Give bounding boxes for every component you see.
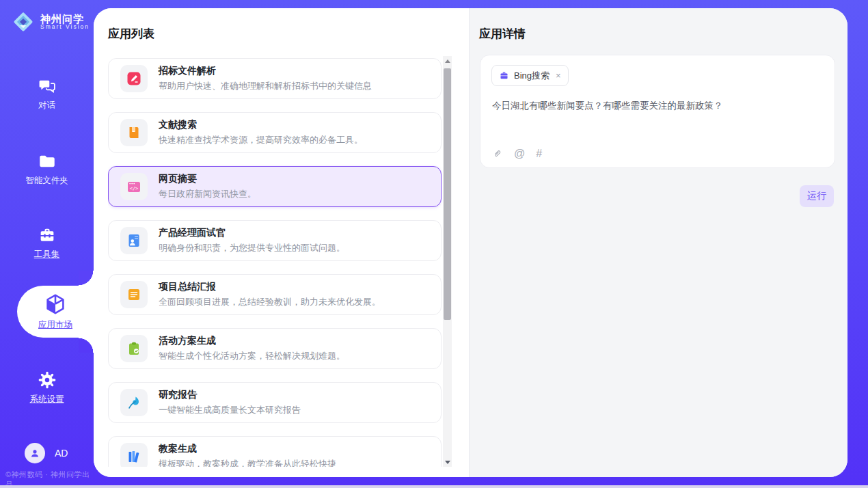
app-card-literature-search[interactable]: 文献搜索 快速精准查找学术资源，提高研究效率的必备工具。	[108, 112, 442, 153]
app-detail-title: 应用详情	[479, 26, 526, 42]
app-card-research-report[interactable]: 研究报告 一键智能生成高质量长文本研究报告	[108, 382, 442, 423]
app-description: 每日政府新闻资讯快查。	[159, 188, 256, 200]
sidebar-item-label: 工具集	[0, 249, 94, 260]
bid-document-icon	[126, 70, 142, 87]
sidebar-item-app-market[interactable]: 应用市场	[17, 286, 94, 338]
app-list: 招标文件解析 帮助用户快速、准确地理解和解析招标书中的关键信息 文献搜索 快速精…	[108, 56, 442, 467]
scroll-down-icon[interactable]	[443, 457, 452, 467]
brand-logo: 神州问学 Smart Vision	[11, 10, 90, 34]
app-icon-box	[120, 443, 148, 467]
app-description: 全面回顾项目进展，总结经验教训，助力未来优化发展。	[159, 296, 381, 308]
web-summary-icon: </>	[126, 178, 142, 195]
window-bottom-edge	[0, 485, 868, 488]
app-name: 研究报告	[159, 389, 301, 401]
research-report-icon	[126, 394, 142, 411]
run-button[interactable]: 运行	[800, 185, 834, 207]
user-name: AD	[55, 448, 68, 459]
sidebar-item-smart-folder[interactable]: 智能文件夹	[0, 152, 94, 187]
app-name: 产品经理面试官	[159, 227, 345, 239]
app-card-project-report[interactable]: 项目总结汇报 全面回顾项目进展，总结经验教训，助力未来优化发展。	[108, 274, 442, 315]
main-content: 应用列表 招标文件解析 帮助用户快速、准确地理解和解析招标书中的关键信息	[94, 8, 847, 477]
lesson-plan-icon	[126, 448, 142, 465]
app-list-panel: 应用列表 招标文件解析 帮助用户快速、准确地理解和解析招标书中的关键信息	[94, 8, 469, 477]
app-icon-box	[120, 119, 148, 146]
app-name: 文献搜索	[159, 119, 363, 131]
avatar	[25, 443, 45, 463]
toolbox-icon	[38, 226, 57, 245]
sidebar-item-label: 系统设置	[0, 394, 94, 405]
prompt-card: Bing搜索 × 今日湖北有哪些新闻要点？有哪些需要关注的最新政策？ @ #	[480, 55, 835, 168]
brand-subtitle: Smart Vision	[40, 24, 90, 30]
diamond-logo-icon	[11, 10, 36, 34]
app-name: 教案生成	[159, 443, 336, 455]
scrollbar-thumb[interactable]	[444, 68, 451, 320]
app-name: 项目总结汇报	[159, 281, 381, 293]
svg-text:</>: </>	[130, 186, 139, 191]
gear-icon	[38, 370, 57, 390]
paperclip-icon[interactable]	[491, 148, 503, 159]
user-account[interactable]: AD	[25, 443, 68, 463]
literature-search-icon	[126, 124, 142, 141]
app-icon-box: </>	[120, 173, 148, 200]
sidebar-item-toolset[interactable]: 工具集	[0, 226, 94, 260]
app-description: 模板驱动，教案秒成，教学准备从此轻松快捷	[159, 458, 336, 467]
app-icon-box	[120, 389, 148, 416]
app-card-pm-interviewer[interactable]: 产品经理面试官 明确身份和职责，为您提供专业性的面试问题。	[108, 220, 442, 261]
cube-icon	[43, 292, 68, 316]
briefcase-icon	[499, 70, 509, 81]
folder-icon	[38, 152, 57, 171]
sidebar-item-settings[interactable]: 系统设置	[0, 370, 94, 405]
app-description: 快速精准查找学术资源，提高研究效率的必备工具。	[159, 134, 363, 146]
app-description: 帮助用户快速、准确地理解和解析招标书中的关键信息	[159, 80, 372, 92]
sidebar-item-chat[interactable]: 对话	[0, 77, 94, 111]
brand-name: 神州问学	[40, 14, 90, 25]
sidebar-item-label: 应用市场	[17, 319, 94, 331]
app-icon-box	[120, 335, 148, 362]
app-icon-box	[120, 65, 148, 92]
app-name: 招标文件解析	[159, 65, 372, 77]
app-description: 智能生成个性化活动方案，轻松解决规划难题。	[159, 350, 345, 362]
app-card-web-summary[interactable]: </> 网页摘要 每日政府新闻资讯快查。	[108, 166, 442, 207]
sidebar-item-label: 智能文件夹	[0, 175, 94, 187]
app-description: 明确身份和职责，为您提供专业性的面试问题。	[159, 242, 345, 254]
person-icon	[29, 447, 41, 459]
app-detail-panel: 应用详情 Bing搜索 × 今日湖北有哪些新闻要点？有哪些需要关注的最新政策？ …	[469, 8, 847, 477]
close-icon[interactable]: ×	[556, 70, 561, 81]
activity-plan-icon	[126, 340, 142, 357]
prompt-input[interactable]: 今日湖北有哪些新闻要点？有哪些需要关注的最新政策？	[492, 99, 824, 113]
tool-tag-bing-search[interactable]: Bing搜索 ×	[491, 65, 569, 86]
app-name: 网页摘要	[159, 173, 256, 185]
at-mention-icon[interactable]: @	[514, 148, 525, 159]
prompt-toolbar: @ #	[491, 148, 542, 159]
app-description: 一键智能生成高质量长文本研究报告	[159, 404, 301, 416]
app-icon-box	[120, 281, 148, 308]
sidebar-item-label: 对话	[0, 100, 94, 111]
app-card-bid-parse[interactable]: 招标文件解析 帮助用户快速、准确地理解和解析招标书中的关键信息	[108, 58, 442, 99]
tool-tag-label: Bing搜索	[514, 70, 550, 82]
app-icon-box	[120, 227, 148, 254]
pm-interview-icon	[126, 232, 142, 249]
app-card-activity-plan[interactable]: 活动方案生成 智能生成个性化活动方案，轻松解决规划难题。	[108, 328, 442, 369]
app-list-title: 应用列表	[108, 26, 154, 42]
app-name: 活动方案生成	[159, 335, 345, 347]
sidebar: 神州问学 Smart Vision 对话 智能文件夹 工具集	[0, 0, 94, 488]
hash-tag-icon[interactable]: #	[536, 148, 542, 159]
scroll-up-icon[interactable]	[443, 56, 452, 66]
project-report-icon	[126, 286, 142, 303]
app-card-lesson-plan[interactable]: 教案生成 模板驱动，教案秒成，教学准备从此轻松快捷	[108, 436, 442, 467]
chat-icon	[38, 77, 57, 96]
app-list-scrollbar[interactable]	[443, 56, 452, 467]
